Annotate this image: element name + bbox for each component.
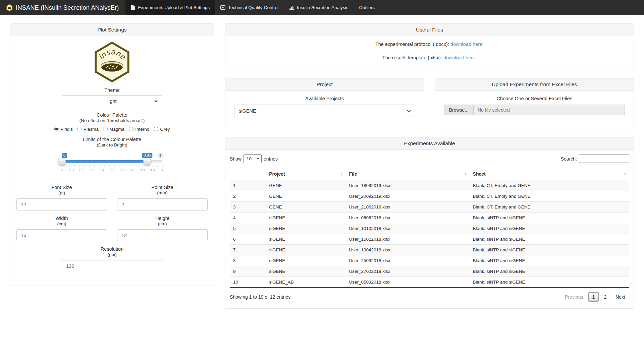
cell-sheet: Blank, siNTP and siGENE <box>470 245 629 255</box>
search-input[interactable] <box>579 155 629 163</box>
column-header-label: File <box>349 171 357 177</box>
experiments-panel: Experiments Available Show 10 entries Se… <box>225 137 634 309</box>
theme-select[interactable]: light <box>62 95 162 107</box>
column-header-index[interactable] <box>230 168 266 180</box>
radio-viridis[interactable]: Viridis <box>54 127 73 132</box>
cell-project: siGENE <box>266 255 345 266</box>
navbar: INSANE (INsulin Secretion ANalysEr) Expe… <box>0 0 644 15</box>
template-text: The results template (.xlsx): <box>382 55 443 60</box>
radio-plasma[interactable]: Plasma <box>77 127 99 132</box>
table-row[interactable]: 2GENEUser_20092019.xlsxBlank, CT, Empty … <box>230 191 629 202</box>
nav-tab-label: Experiments Upload & Plot Settings <box>138 5 210 10</box>
protocol-download-link[interactable]: download here! <box>450 42 484 47</box>
nav-tab-0[interactable]: Experiments Upload & Plot Settings <box>125 0 215 15</box>
cell-sheet: Blank, CT, Empty and GENE <box>470 191 629 202</box>
row-index: 6 <box>230 234 266 245</box>
column-header-file[interactable]: File▲▼ <box>345 168 469 180</box>
row-index: 9 <box>230 266 266 277</box>
radio-label: Viridis <box>61 127 73 132</box>
radio-inferno[interactable]: Inferno <box>129 127 149 132</box>
point-size-input[interactable] <box>117 198 208 210</box>
table-row[interactable]: 3GENEUser_21062019.xlsxBlank, CT, Empty … <box>230 202 629 213</box>
template-download-link[interactable]: download here! <box>443 55 477 60</box>
cell-file: User_15022018.xlsx <box>345 234 469 245</box>
column-header-label: Sheet <box>473 171 486 177</box>
radio-label: Magma <box>109 127 124 132</box>
nav-tab-1[interactable]: Technical Quality-Control <box>215 0 284 15</box>
row-index: 7 <box>230 245 266 255</box>
palette-limits-slider: 0 0.85 1 00.10.20.30.40.50.60.70.80.91 <box>62 153 162 177</box>
cell-file: User_20092019.xlsx <box>345 191 469 202</box>
cell-file: User_10102018.xlsx <box>345 223 469 234</box>
width-input[interactable] <box>16 229 107 241</box>
nav-tab-3[interactable]: Outliers <box>354 0 380 15</box>
column-header-label: Project <box>269 171 285 177</box>
table-row[interactable]: 9siGENEUser_27022018.xlsxBlank, siNTP an… <box>230 266 629 277</box>
font-size-label: Font Size <box>16 185 107 190</box>
resolution-input[interactable] <box>62 260 162 272</box>
browse-button[interactable]: Browse... <box>444 105 474 115</box>
table-row[interactable]: 8siGENEUser_25092018.xlsxBlank, siNTP an… <box>230 255 629 266</box>
row-index: 8 <box>230 255 266 266</box>
column-header-project[interactable]: Project▲▼ <box>266 168 345 180</box>
page-length-select[interactable]: 10 <box>244 154 262 163</box>
page-length-value: 10 <box>247 156 252 161</box>
row-index: 10 <box>230 277 266 288</box>
cell-sheet: Blank, siNTP and siGENE <box>470 266 629 277</box>
upload-panel: Upload Experiments from Excel Files Choo… <box>435 78 634 130</box>
row-index: 4 <box>230 213 266 223</box>
nav-tab-2[interactable]: Insulin Secretion Analysis <box>284 0 354 15</box>
experiments-title: Experiments Available <box>225 137 634 150</box>
radio-grey[interactable]: Grey <box>154 127 170 132</box>
table-row[interactable]: 7siGENEUser_19042018.xlsxBlank, siNTP an… <box>230 245 629 255</box>
page-button-1[interactable]: 1 <box>588 292 599 302</box>
chart-line-icon <box>220 5 225 10</box>
next-page-button[interactable]: Next <box>611 292 629 302</box>
brand-hexagon-icon <box>6 4 13 11</box>
table-row[interactable]: 4siGENEUser_06062018.xlsxBlank, siNTP an… <box>230 213 629 223</box>
slider-handle-to[interactable] <box>143 158 152 166</box>
cell-file: User_05032018.xlsx <box>345 277 469 288</box>
page-button-2[interactable]: 2 <box>600 292 610 302</box>
table-row[interactable]: 6siGENEUser_15022018.xlsxBlank, siNTP an… <box>230 234 629 245</box>
height-input[interactable] <box>117 229 208 241</box>
insane-logo: insane <box>94 42 130 82</box>
main-content: Plot Settings insane Theme light <box>0 15 644 317</box>
search-control: Search: <box>561 155 629 163</box>
upload-body: Choose One or Several Excel Files Browse… <box>435 91 634 130</box>
radio-magma[interactable]: Magma <box>103 127 124 132</box>
experiments-table: Project▲▼File▲▼Sheet▲▼ 1GENEUser_1809201… <box>230 168 629 288</box>
radio-button-icon <box>129 127 133 131</box>
cell-sheet: Blank, siNTP and siGENE <box>470 277 629 288</box>
table-row[interactable]: 5siGENEUser_10102018.xlsxBlank, siNTP an… <box>230 223 629 234</box>
previous-page-button[interactable]: Previous <box>561 292 587 302</box>
limits-label: Limits of the Colour Palette <box>16 137 208 142</box>
cell-sheet: Blank, siNTP and siGENE <box>470 234 629 245</box>
slider-handle-from[interactable] <box>58 158 66 166</box>
height-field: Height (cm) <box>117 210 208 241</box>
available-projects-select[interactable]: siGENE <box>234 105 415 117</box>
file-name-field[interactable] <box>474 105 625 115</box>
radio-label: Inferno <box>135 127 149 132</box>
plot-settings-title: Plot Settings <box>10 24 214 36</box>
column-header-sheet[interactable]: Sheet▲▼ <box>470 168 629 180</box>
font-size-unit: (pt) <box>16 190 107 195</box>
chevron-down-icon <box>407 108 411 112</box>
cell-project: siGENE <box>266 213 345 223</box>
table-row[interactable]: 10siGENE_ABUser_05032018.xlsxBlank, siNT… <box>230 277 629 288</box>
project-upload-row: Project Available Projects siGENE Upload… <box>225 78 634 130</box>
sort-arrows-icon: ▲▼ <box>340 172 342 176</box>
protocol-line: The experimental protocol (.docx): downl… <box>230 42 629 47</box>
cell-file: User_06062018.xlsx <box>345 213 469 223</box>
useful-files-panel: Useful Files The experimental protocol (… <box>225 23 634 71</box>
row-index: 5 <box>230 223 266 234</box>
choose-files-label: Choose One or Several Excel Files <box>444 96 625 101</box>
cell-sheet: Blank, CT, Empty and GENE <box>470 180 629 191</box>
table-row[interactable]: 1GENEUser_18092019.xlsxBlank, CT, Empty … <box>230 180 629 191</box>
font-size-input[interactable] <box>16 198 107 210</box>
cell-file: User_21062019.xlsx <box>345 202 469 213</box>
app-brand[interactable]: INSANE (INsulin Secretion ANalysEr) <box>0 0 125 15</box>
project-body: Available Projects siGENE <box>225 91 424 126</box>
nav-tab-label: Outliers <box>359 5 375 10</box>
width-label: Width <box>16 216 107 221</box>
